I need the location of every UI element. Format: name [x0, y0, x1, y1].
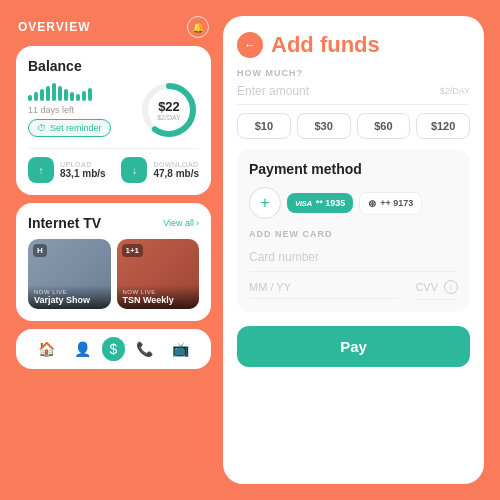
balance-per-day: $2/DAY	[157, 114, 181, 121]
nav-tv[interactable]: 📺	[164, 337, 197, 361]
how-much-section: HOW MUCH? Enter amount $2/DAY $10 $30 $6…	[237, 68, 470, 139]
channel-name-1: Varjaty Show	[34, 295, 105, 305]
add-card-plus-button[interactable]: +	[249, 187, 281, 219]
left-panel: OVERVIEW 🔔 Balance	[16, 16, 211, 484]
upload-icon: ↑	[28, 157, 54, 183]
bar	[52, 83, 56, 101]
headset-icon: 📞	[136, 341, 153, 357]
download-speed: 47,8 mb/s	[153, 168, 199, 179]
download-icon: ↓	[121, 157, 147, 183]
bar	[82, 91, 86, 101]
donut-text: $22 $2/DAY	[157, 99, 181, 121]
card-visa-1935[interactable]: VISA ** 1935	[287, 193, 353, 213]
view-all-link[interactable]: View all ›	[163, 218, 199, 228]
preset-60[interactable]: $60	[357, 113, 411, 139]
channel-name-2: TSN Weekly	[123, 295, 194, 305]
pay-button[interactable]: Pay	[237, 326, 470, 367]
toggle-icon: ⊛	[368, 198, 376, 209]
visa-logo: VISA	[295, 199, 312, 208]
upload-speed: 83,1 mb/s	[60, 168, 106, 179]
page-title: Add funds	[271, 32, 380, 58]
nav-wallet[interactable]: $	[102, 337, 126, 361]
upload-label: UPLOAD	[60, 161, 106, 168]
bar	[58, 86, 62, 101]
channel-logo-tsn: 1+1	[122, 244, 144, 257]
upload-info: UPLOAD 83,1 mb/s	[60, 161, 106, 179]
download-info: DOWNLOAD 47,8 mb/s	[153, 161, 199, 179]
bar	[70, 92, 74, 101]
preset-120[interactable]: $120	[416, 113, 470, 139]
preset-buttons: $10 $30 $60 $120	[237, 113, 470, 139]
home-icon: 🏠	[38, 341, 55, 357]
bottom-nav: 🏠 👤 $ 📞 📺	[16, 329, 211, 369]
cvv-field[interactable]: CVV i	[415, 280, 458, 300]
bar	[28, 95, 32, 101]
amount-hint: $2/DAY	[440, 86, 470, 96]
balance-body: 11 days left ⏱ Set reminder $22 $2/DAY	[28, 80, 199, 140]
balance-amount: $22	[157, 99, 181, 114]
bar	[76, 94, 80, 101]
balance-title: Balance	[28, 58, 199, 74]
cvv-info-icon: i	[444, 280, 458, 294]
card-last4-2: ++ 9173	[380, 198, 413, 208]
bar	[46, 86, 50, 101]
nav-home[interactable]: 🏠	[30, 337, 63, 361]
clock-icon: ⏱	[37, 123, 46, 133]
card-toggle-9173[interactable]: ⊛ ++ 9173	[359, 192, 422, 215]
channel-card-tsn[interactable]: 1+1 NOW LIVE TSN Weekly	[117, 239, 200, 309]
bell-icon[interactable]: 🔔	[187, 16, 209, 38]
payment-section: Payment method + VISA ** 1935 ⊛ ++ 9173 …	[237, 149, 470, 312]
add-new-card-section: ADD NEW CARD Card number MM / YY CVV i	[249, 229, 458, 300]
tv-icon: 📺	[172, 341, 189, 357]
left-header: OVERVIEW 🔔	[16, 16, 211, 38]
cvv-placeholder: CVV	[415, 281, 438, 293]
balance-card: Balance 1	[16, 46, 211, 195]
chevron-right-icon: ›	[196, 218, 199, 228]
bar	[34, 92, 38, 101]
channel-overlay-2: NOW LIVE TSN Weekly	[117, 285, 200, 309]
nav-support[interactable]: 📞	[128, 337, 161, 361]
tv-title: Internet TV	[28, 215, 101, 231]
card-last4-1: ** 1935	[316, 198, 346, 208]
expiry-placeholder: MM / YY	[249, 281, 291, 293]
right-panel: ← Add funds HOW MUCH? Enter amount $2/DA…	[223, 16, 484, 484]
download-label: DOWNLOAD	[153, 161, 199, 168]
upload-item: ↑ UPLOAD 83,1 mb/s	[28, 157, 106, 183]
internet-tv-card: Internet TV View all › H NOW LIVE Varjat…	[16, 203, 211, 321]
overview-title: OVERVIEW	[18, 20, 90, 34]
back-button[interactable]: ←	[237, 32, 263, 58]
amount-input-row[interactable]: Enter amount $2/DAY	[237, 84, 470, 105]
expiry-field[interactable]: MM / YY	[249, 281, 399, 299]
speed-row: ↑ UPLOAD 83,1 mb/s ↓ DOWNLOAD 47,8 mb/s	[28, 148, 199, 183]
bar	[40, 89, 44, 101]
tv-channels: H NOW LIVE Varjaty Show 1+1 NOW LIVE TSN…	[28, 239, 199, 309]
balance-bars	[28, 83, 111, 101]
download-item: ↓ DOWNLOAD 47,8 mb/s	[121, 157, 199, 183]
payment-cards-row: + VISA ** 1935 ⊛ ++ 9173	[249, 187, 458, 219]
person-icon: 👤	[74, 341, 91, 357]
reminder-button[interactable]: ⏱ Set reminder	[28, 119, 111, 137]
amount-placeholder: Enter amount	[237, 84, 309, 98]
expiry-cvv-row: MM / YY CVV i	[249, 280, 458, 300]
how-much-label: HOW MUCH?	[237, 68, 470, 78]
channel-card-varjaty[interactable]: H NOW LIVE Varjaty Show	[28, 239, 111, 309]
add-new-label: ADD NEW CARD	[249, 229, 458, 239]
right-header: ← Add funds	[237, 32, 470, 58]
dollar-icon: $	[110, 341, 118, 357]
back-icon: ←	[244, 38, 256, 52]
payment-method-title: Payment method	[249, 161, 458, 177]
nav-profile[interactable]: 👤	[66, 337, 99, 361]
tv-header: Internet TV View all ›	[28, 215, 199, 231]
channel-logo-h: H	[33, 244, 47, 257]
balance-days: 11 days left	[28, 105, 111, 115]
preset-30[interactable]: $30	[297, 113, 351, 139]
balance-donut: $22 $2/DAY	[139, 80, 199, 140]
channel-overlay-1: NOW LIVE Varjaty Show	[28, 285, 111, 309]
bar	[64, 89, 68, 101]
reminder-label: Set reminder	[50, 123, 102, 133]
balance-left: 11 days left ⏱ Set reminder	[28, 83, 111, 137]
bar	[88, 88, 92, 101]
preset-10[interactable]: $10	[237, 113, 291, 139]
card-number-placeholder: Card number	[249, 250, 319, 264]
card-number-field[interactable]: Card number	[249, 247, 458, 272]
